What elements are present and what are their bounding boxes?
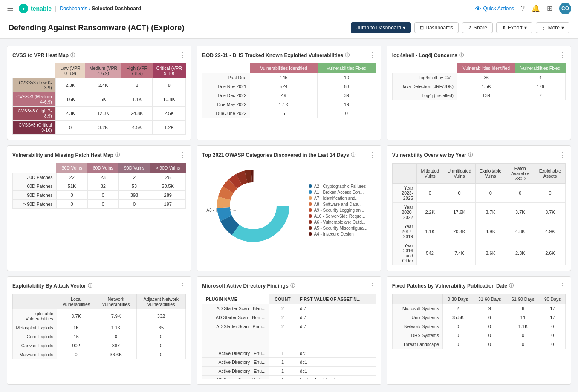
topnav-brand: tenable xyxy=(31,5,52,12)
cell: 0 xyxy=(55,121,85,135)
table-row: Metasploit Exploits1K1.1K65 xyxy=(13,323,186,332)
table-row: AD Starter Scan - Kerb...1In-dc.labnet.l… xyxy=(202,376,376,380)
col-low: Low (VPR 0-3.9) xyxy=(55,63,85,78)
table-row: Year 2023-202500000 xyxy=(392,184,565,203)
dashboard-grid: CVSS to VPR Heat Map ⓘ ⋮ Low (VPR 0-3.9)… xyxy=(0,39,578,392)
widget-title: Top 2021 OWASP Categories Discovered in … xyxy=(202,152,355,158)
log4shell-table: Vulnerabilities Identified Vulnerabiliti… xyxy=(392,63,566,100)
widget-title: log4shell - Log4j Concerns ⓘ xyxy=(392,52,464,58)
jump-dashboard-label: Jump to Dashboard xyxy=(356,25,401,31)
hamburger-icon[interactable]: ☰ xyxy=(7,4,14,13)
user-avatar[interactable]: CO xyxy=(559,3,571,14)
col-30d: 30D Vulns xyxy=(56,163,87,173)
help-icon[interactable]: ? xyxy=(521,5,525,12)
table-row: Year 2020-20222.2K17.6K3.7K3.7K3.7K xyxy=(392,203,565,222)
widget-menu-icon[interactable]: ⋮ xyxy=(369,51,376,59)
table-row: CVSSv3 (Low 0-3.9) 2.3K 2.4K 2 8 xyxy=(13,78,186,92)
info-icon[interactable]: ⓘ xyxy=(70,52,75,58)
more-button[interactable]: ⋮ More ▾ xyxy=(536,22,569,33)
widget-title: Exploitability By Attack Vector ⓘ xyxy=(12,282,92,289)
widget-title-text: Vulnerability and Missing Patch Heat Map xyxy=(12,152,113,158)
fixed-patches-table: 0-30 Days 31-60 Days 61-90 Days 90 Days … xyxy=(392,294,566,349)
info-icon[interactable]: ⓘ xyxy=(468,152,473,158)
widget-header: Vulnerability Overview by Year ⓘ ⋮ xyxy=(392,151,566,159)
widget-title: Fixed Patches by Vulnerability Publicati… xyxy=(392,282,514,289)
jump-dashboard-button[interactable]: Jump to Dashboard ▾ xyxy=(351,22,411,33)
table-row: Due Dec 20224939 xyxy=(202,91,376,100)
table-row: Canvas Exploits9028870 xyxy=(13,341,186,350)
legend-item: A7 - Identification and... xyxy=(309,196,367,201)
widget-title: BOD 22-01 - DHS Tracked Known Exploited … xyxy=(202,52,350,58)
widget-menu-icon[interactable]: ⋮ xyxy=(369,282,376,290)
export-button[interactable]: ⬆ Export ▾ xyxy=(496,22,532,33)
legend-item: A9 - Security Logging an... xyxy=(309,208,367,213)
table-row: Threat Landscape0000 xyxy=(392,340,565,349)
col-90plus: > 90D Vulns xyxy=(150,163,186,173)
share-label: Share xyxy=(474,25,487,31)
info-icon[interactable]: ⓘ xyxy=(88,282,92,289)
export-label: Export xyxy=(508,25,523,31)
more-chevron-icon: ▾ xyxy=(561,25,564,31)
table-row xyxy=(202,331,376,340)
cell: 3.6K xyxy=(55,92,85,107)
info-icon[interactable]: ⓘ xyxy=(509,282,514,289)
quick-actions-button[interactable]: 👁 Quick Actions xyxy=(475,5,514,12)
cell: 8 xyxy=(153,78,186,92)
cell: 1.2K xyxy=(153,121,186,135)
widget-menu-icon[interactable]: ⋮ xyxy=(179,51,186,59)
col-critical: Critical (VPR 9-10) xyxy=(153,63,186,78)
table-row: AD Starter Scan - Blan...2dc1 xyxy=(202,304,376,313)
table-row: 60D Patches51K825350.5K xyxy=(13,182,186,191)
bell-icon[interactable]: 🔔 xyxy=(532,4,540,12)
grid-icon[interactable]: ⊞ xyxy=(547,4,552,12)
table-row: Year 2017-20191.1K20.4K4.9K4.8K4.9K xyxy=(392,222,565,241)
info-icon[interactable]: ⓘ xyxy=(351,152,355,158)
widget-header: CVSS to VPR Heat Map ⓘ ⋮ xyxy=(12,51,186,59)
breadcrumb-dashboards[interactable]: Dashboards xyxy=(60,6,87,12)
page-actions: Jump to Dashboard ▾ ⊞ Dashboards ↗ Share… xyxy=(351,22,569,33)
col-med: Medium (VPR 4-6.9) xyxy=(85,63,121,78)
table-row: DHS Systems0000 xyxy=(392,331,565,340)
cvss-heatmap-widget: CVSS to VPR Heat Map ⓘ ⋮ Low (VPR 0-3.9)… xyxy=(7,46,191,140)
table-row: Year 2016 and Older5427.4K2.6K2.3K2.6K xyxy=(392,241,565,265)
cell: 2.4K xyxy=(85,78,121,92)
widget-menu-icon[interactable]: ⋮ xyxy=(559,282,566,290)
legend-item: A2 - Cryptographic Failures xyxy=(309,184,367,189)
cell: 4.5K xyxy=(121,121,153,135)
widget-header: log4shell - Log4j Concerns ⓘ ⋮ xyxy=(392,51,566,59)
info-icon[interactable]: ⓘ xyxy=(115,152,120,158)
cell: 3.2K xyxy=(85,121,121,135)
more-label: More xyxy=(548,25,560,31)
cell: 12.3K xyxy=(85,107,121,121)
donut-chart-container: A3 - Injection ← xyxy=(202,163,376,257)
col-vuln-fix: Vulnerabilities Fixed xyxy=(318,63,376,73)
patch-heatmap-widget: Vulnerability and Missing Patch Heat Map… xyxy=(7,145,191,271)
info-icon[interactable]: ⓘ xyxy=(290,282,295,289)
table-row: Exploitable Vulnerabilities3.7K7.9K332 xyxy=(13,309,186,323)
widget-menu-icon[interactable]: ⋮ xyxy=(559,151,566,159)
table-row: Core Exploits1500 xyxy=(13,332,186,341)
cell: 6K xyxy=(85,92,121,107)
info-icon[interactable]: ⓘ xyxy=(345,52,350,58)
table-row: Due May 20221.1K19 xyxy=(202,100,376,109)
bod22-widget: BOD 22-01 - DHS Tracked Known Exploited … xyxy=(197,46,381,140)
table-row: CVSSv3 (Critical 9-10) 0 3.2K 4.5K 1.2K xyxy=(13,121,186,135)
legend-item: A6 - Vulnerable and Outd... xyxy=(309,220,367,225)
share-button[interactable]: ↗ Share xyxy=(462,22,493,33)
cell: 2.3K xyxy=(55,107,85,121)
widget-menu-icon[interactable]: ⋮ xyxy=(559,51,566,59)
widget-menu-icon[interactable]: ⋮ xyxy=(369,151,376,159)
topnav-logo: ● tenable xyxy=(19,4,52,13)
widget-title-text: Microsoft Active Directory Findings xyxy=(202,283,288,289)
table-row: Network Systems001.1K0 xyxy=(392,322,565,331)
widget-menu-icon[interactable]: ⋮ xyxy=(179,282,186,290)
cell: 2 xyxy=(121,78,153,92)
widget-menu-icon[interactable]: ⋮ xyxy=(179,151,186,159)
table-row: Java Detection (JRE/JDK)1.5K176 xyxy=(392,82,565,91)
bod22-table: Vulnerabilities Identified Vulnerabiliti… xyxy=(202,63,376,118)
dashboards-button[interactable]: ⊞ Dashboards xyxy=(414,22,459,33)
cvss-heatmap-table: Low (VPR 0-3.9) Medium (VPR 4-6.9) High … xyxy=(12,63,186,135)
ad-table-scroll[interactable]: PLUGIN NAME COUNT FIRST VALUE OF ASSET N… xyxy=(202,294,376,379)
topnav-left: ☰ ● tenable | Dashboards › Selected Dash… xyxy=(7,4,470,13)
info-icon[interactable]: ⓘ xyxy=(459,52,464,58)
